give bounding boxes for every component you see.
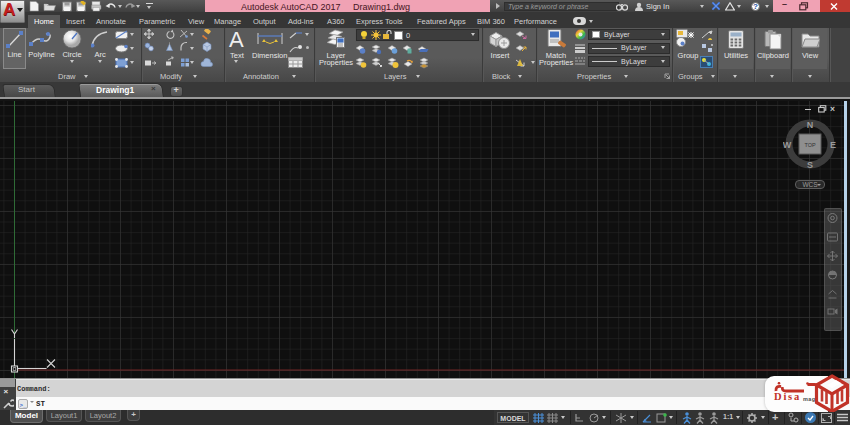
svg-text:E: E [830,140,836,150]
svg-text:N: N [807,120,814,130]
svg-text:S: S [807,160,813,170]
svg-text:TOP: TOP [804,142,816,148]
svg-text:W: W [783,140,792,150]
